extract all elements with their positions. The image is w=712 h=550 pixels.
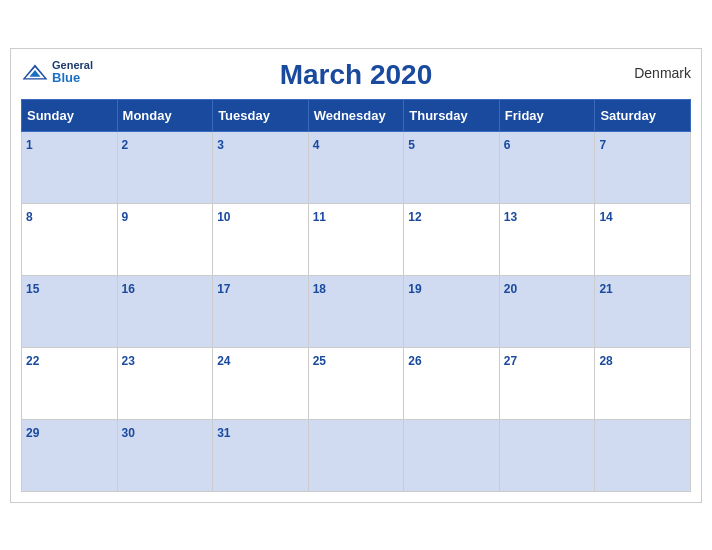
day-number: 4 xyxy=(313,138,320,152)
day-number: 27 xyxy=(504,354,517,368)
calendar-wrapper: General Blue March 2020 Denmark Sunday M… xyxy=(10,48,702,503)
calendar-cell: 6 xyxy=(499,131,595,203)
calendar-table: Sunday Monday Tuesday Wednesday Thursday… xyxy=(21,99,691,492)
calendar-cell xyxy=(308,419,404,491)
day-number: 6 xyxy=(504,138,511,152)
calendar-body: 1234567891011121314151617181920212223242… xyxy=(22,131,691,491)
calendar-cell: 24 xyxy=(213,347,309,419)
day-number: 24 xyxy=(217,354,230,368)
calendar-cell: 2 xyxy=(117,131,213,203)
calendar-cell: 12 xyxy=(404,203,500,275)
calendar-cell: 29 xyxy=(22,419,118,491)
calendar-cell: 9 xyxy=(117,203,213,275)
day-number: 22 xyxy=(26,354,39,368)
week-row-4: 22232425262728 xyxy=(22,347,691,419)
calendar-header: General Blue March 2020 Denmark xyxy=(21,59,691,91)
day-number: 17 xyxy=(217,282,230,296)
day-number: 15 xyxy=(26,282,39,296)
calendar-cell: 1 xyxy=(22,131,118,203)
calendar-cell: 30 xyxy=(117,419,213,491)
calendar-cell: 26 xyxy=(404,347,500,419)
calendar-cell: 31 xyxy=(213,419,309,491)
calendar-cell: 19 xyxy=(404,275,500,347)
day-number: 23 xyxy=(122,354,135,368)
day-number: 9 xyxy=(122,210,129,224)
calendar-cell: 5 xyxy=(404,131,500,203)
calendar-cell: 11 xyxy=(308,203,404,275)
calendar-cell: 10 xyxy=(213,203,309,275)
day-number: 26 xyxy=(408,354,421,368)
day-number: 1 xyxy=(26,138,33,152)
logo-blue-text: Blue xyxy=(52,71,93,85)
calendar-cell: 27 xyxy=(499,347,595,419)
calendar-cell: 8 xyxy=(22,203,118,275)
day-number: 7 xyxy=(599,138,606,152)
day-number: 28 xyxy=(599,354,612,368)
calendar-cell: 3 xyxy=(213,131,309,203)
logo-area: General Blue xyxy=(21,59,93,85)
header-friday: Friday xyxy=(499,99,595,131)
day-number: 31 xyxy=(217,426,230,440)
day-number: 30 xyxy=(122,426,135,440)
day-number: 3 xyxy=(217,138,224,152)
week-row-5: 293031 xyxy=(22,419,691,491)
calendar-cell: 14 xyxy=(595,203,691,275)
day-number: 8 xyxy=(26,210,33,224)
calendar-cell: 28 xyxy=(595,347,691,419)
day-number: 16 xyxy=(122,282,135,296)
calendar-cell: 4 xyxy=(308,131,404,203)
header-monday: Monday xyxy=(117,99,213,131)
week-row-3: 15161718192021 xyxy=(22,275,691,347)
month-title: March 2020 xyxy=(280,59,433,91)
day-number: 14 xyxy=(599,210,612,224)
day-number: 18 xyxy=(313,282,326,296)
day-number: 19 xyxy=(408,282,421,296)
header-saturday: Saturday xyxy=(595,99,691,131)
logo-general-text: General xyxy=(52,59,93,71)
day-number: 11 xyxy=(313,210,326,224)
calendar-cell: 20 xyxy=(499,275,595,347)
generalblue-icon xyxy=(21,63,49,81)
calendar-cell: 7 xyxy=(595,131,691,203)
day-number: 29 xyxy=(26,426,39,440)
calendar-cell xyxy=(404,419,500,491)
week-row-2: 891011121314 xyxy=(22,203,691,275)
header-thursday: Thursday xyxy=(404,99,500,131)
country-label: Denmark xyxy=(634,65,691,81)
calendar-cell: 21 xyxy=(595,275,691,347)
calendar-cell: 25 xyxy=(308,347,404,419)
calendar-cell xyxy=(595,419,691,491)
calendar-cell: 18 xyxy=(308,275,404,347)
day-number: 25 xyxy=(313,354,326,368)
header-wednesday: Wednesday xyxy=(308,99,404,131)
week-row-1: 1234567 xyxy=(22,131,691,203)
calendar-cell: 16 xyxy=(117,275,213,347)
day-number: 5 xyxy=(408,138,415,152)
day-number: 10 xyxy=(217,210,230,224)
header-sunday: Sunday xyxy=(22,99,118,131)
calendar-cell: 22 xyxy=(22,347,118,419)
calendar-cell: 17 xyxy=(213,275,309,347)
header-tuesday: Tuesday xyxy=(213,99,309,131)
calendar-cell: 23 xyxy=(117,347,213,419)
calendar-cell: 15 xyxy=(22,275,118,347)
day-number: 20 xyxy=(504,282,517,296)
day-number: 2 xyxy=(122,138,129,152)
day-number: 13 xyxy=(504,210,517,224)
day-number: 12 xyxy=(408,210,421,224)
calendar-cell: 13 xyxy=(499,203,595,275)
calendar-cell xyxy=(499,419,595,491)
weekday-header-row: Sunday Monday Tuesday Wednesday Thursday… xyxy=(22,99,691,131)
day-number: 21 xyxy=(599,282,612,296)
